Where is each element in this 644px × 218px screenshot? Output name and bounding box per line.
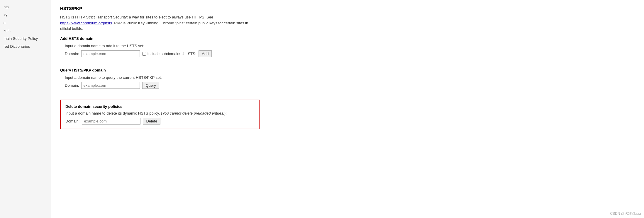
delete-description-text-1: Input a domain name to delete its dynami… <box>65 111 162 115</box>
page-title: HSTS/PKP <box>60 6 635 11</box>
delete-description-italic: You cannot delete preloaded entries. <box>162 111 224 115</box>
delete-description-text-2: ): <box>224 111 227 115</box>
sidebar-item-s[interactable]: s <box>0 19 51 27</box>
query-domain-input[interactable] <box>81 82 140 89</box>
delete-button[interactable]: Delete <box>143 118 160 125</box>
watermark-text: CSDN @名准取aaa <box>610 212 641 216</box>
watermark: CSDN @名准取aaa <box>610 211 641 216</box>
chromium-hsts-link[interactable]: https://www.chromium.org/hsts <box>60 21 112 25</box>
sidebar-item-label: s <box>4 21 6 25</box>
delete-section: Delete domain security policies Input a … <box>60 100 260 129</box>
sidebar-item-red-dictionaries[interactable]: red Dictionaries <box>0 42 51 50</box>
query-hsts-body: Input a domain name to query the current… <box>60 75 635 89</box>
description-text-1: HSTS is HTTP Strict Transport Security: … <box>60 15 213 19</box>
sidebar-item-label: kets <box>4 28 11 33</box>
sidebar-item-label: ky <box>4 13 7 17</box>
add-domain-input[interactable] <box>81 50 140 57</box>
add-domain-label: Domain: <box>65 52 79 56</box>
add-button[interactable]: Add <box>199 50 212 57</box>
sidebar-item-kets[interactable]: kets <box>0 27 51 35</box>
add-hsts-body: Input a domain name to add it to the HST… <box>60 44 635 57</box>
delete-domain-input[interactable] <box>82 118 140 125</box>
sidebar-item-ky[interactable]: ky <box>0 11 51 19</box>
main-description: HSTS is HTTP Strict Transport Security: … <box>60 14 260 32</box>
main-content: HSTS/PKP HSTS is HTTP Strict Transport S… <box>51 0 644 218</box>
sidebar-item-label: red Dictionaries <box>4 44 30 49</box>
query-button[interactable]: Query <box>142 82 159 89</box>
delete-field-row: Domain: Delete <box>65 118 254 125</box>
query-hsts-field-row: Domain: Query <box>65 82 631 89</box>
delete-section-description: Input a domain name to delete its dynami… <box>65 111 254 115</box>
query-domain-label: Domain: <box>65 83 79 88</box>
include-subdomains-label: Include subdomains for STS: <box>142 52 196 56</box>
delete-domain-label: Domain: <box>65 119 79 123</box>
query-hsts-section: Query HSTS/PKP domain Input a domain nam… <box>60 68 635 89</box>
delete-section-title: Delete domain security policies <box>65 104 254 109</box>
sidebar-item-main-security-policy[interactable]: main Security Policy <box>0 35 51 42</box>
add-hsts-section: Add HSTS domain Input a domain name to a… <box>60 36 635 57</box>
add-hsts-description: Input a domain name to add it to the HST… <box>65 44 631 48</box>
sidebar-item-nts[interactable]: nts <box>0 3 51 11</box>
add-hsts-field-row: Domain: Include subdomains for STS: Add <box>65 50 631 57</box>
query-hsts-description: Input a domain name to query the current… <box>65 75 631 80</box>
sidebar: nts ky s kets main Security Policy red D… <box>0 0 51 218</box>
include-subdomains-checkbox[interactable] <box>142 52 146 56</box>
sidebar-item-label: main Security Policy <box>4 36 38 41</box>
divider-1 <box>60 63 265 63</box>
add-hsts-title: Add HSTS domain <box>60 36 635 41</box>
divider-2 <box>60 95 265 95</box>
sidebar-item-label: nts <box>4 5 9 9</box>
include-subdomains-text: Include subdomains for STS: <box>147 52 196 56</box>
query-hsts-title: Query HSTS/PKP domain <box>60 68 635 72</box>
